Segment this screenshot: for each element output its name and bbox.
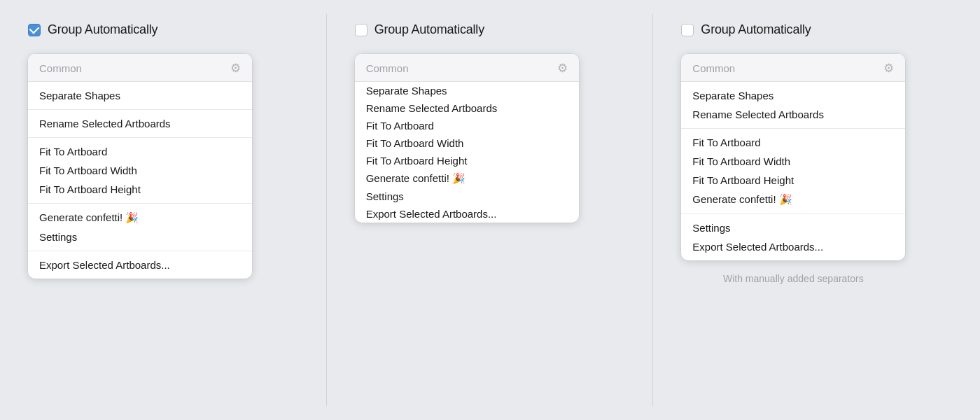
- menu-item[interactable]: Settings: [355, 188, 579, 205]
- menu-item[interactable]: Rename Selected Artboards: [28, 114, 252, 133]
- menu-card: Common⚙Separate ShapesRename Selected Ar…: [681, 54, 905, 260]
- menu-header-label: Common: [692, 62, 735, 74]
- menu-item[interactable]: Generate confetti! 🎉: [681, 190, 905, 209]
- menu-header: Common⚙: [681, 54, 905, 82]
- menu-card: Common⚙Separate ShapesRename Selected Ar…: [355, 54, 579, 223]
- panel-3: Group AutomaticallyCommon⚙Separate Shape…: [653, 0, 980, 420]
- checkbox-row: Group Automatically: [355, 22, 484, 37]
- checkbox-row: Group Automatically: [681, 22, 811, 37]
- menu-section-1: Rename Selected Artboards: [28, 110, 252, 138]
- gear-icon[interactable]: ⚙: [557, 61, 568, 76]
- menu-item[interactable]: Fit To Artboard: [681, 133, 905, 152]
- menu-item[interactable]: Fit To Artboard: [28, 142, 252, 161]
- menu-header: Common⚙: [28, 54, 252, 82]
- menu-header-label: Common: [39, 62, 82, 74]
- menu-item[interactable]: Fit To Artboard Width: [681, 152, 905, 171]
- checkbox[interactable]: [28, 24, 41, 36]
- menu-item[interactable]: Export Selected Artboards...: [355, 205, 579, 223]
- menu-section-0: Separate ShapesRename Selected Artboards…: [355, 82, 579, 223]
- checkbox[interactable]: [681, 24, 694, 36]
- menu-item[interactable]: Generate confetti! 🎉: [28, 208, 252, 227]
- menu-item[interactable]: Fit To Artboard Width: [355, 134, 579, 152]
- menu-item[interactable]: Fit To Artboard Width: [28, 161, 252, 180]
- panels-container: Group AutomaticallyCommon⚙Separate Shape…: [0, 0, 980, 420]
- footer-note: With manually added separators: [681, 272, 905, 286]
- menu-item[interactable]: Separate Shapes: [681, 86, 905, 105]
- menu-item[interactable]: Fit To Artboard: [355, 117, 579, 134]
- menu-item[interactable]: Export Selected Artboards...: [681, 237, 905, 256]
- gear-icon[interactable]: ⚙: [883, 61, 894, 76]
- menu-section-0: Separate Shapes: [28, 82, 252, 110]
- menu-item[interactable]: Fit To Artboard Height: [681, 171, 905, 190]
- menu-section-2: SettingsExport Selected Artboards...: [681, 214, 905, 260]
- gear-icon[interactable]: ⚙: [230, 61, 241, 76]
- menu-header: Common⚙: [355, 54, 579, 82]
- menu-section-0: Separate ShapesRename Selected Artboards: [681, 82, 905, 129]
- menu-item[interactable]: Separate Shapes: [28, 86, 252, 105]
- menu-item[interactable]: Generate confetti! 🎉: [355, 169, 579, 188]
- menu-item[interactable]: Export Selected Artboards...: [28, 255, 252, 274]
- checkbox-label: Group Automatically: [374, 22, 484, 37]
- menu-item[interactable]: Fit To Artboard Height: [28, 180, 252, 199]
- menu-header-label: Common: [366, 62, 409, 74]
- checkbox-label: Group Automatically: [48, 22, 158, 37]
- checkbox[interactable]: [355, 24, 368, 36]
- menu-item[interactable]: Settings: [28, 227, 252, 246]
- panel-2: Group AutomaticallyCommon⚙Separate Shape…: [327, 0, 654, 420]
- menu-section-2: Fit To ArtboardFit To Artboard WidthFit …: [28, 138, 252, 204]
- menu-item[interactable]: Rename Selected Artboards: [355, 99, 579, 117]
- checkbox-row: Group Automatically: [28, 22, 158, 37]
- menu-item[interactable]: Settings: [681, 218, 905, 237]
- menu-item[interactable]: Separate Shapes: [355, 82, 579, 99]
- menu-card: Common⚙Separate ShapesRename Selected Ar…: [28, 54, 252, 279]
- menu-section-4: Export Selected Artboards...: [28, 251, 252, 279]
- menu-section-3: Generate confetti! 🎉Settings: [28, 204, 252, 251]
- checkbox-label: Group Automatically: [701, 22, 811, 37]
- menu-section-1: Fit To ArtboardFit To Artboard WidthFit …: [681, 129, 905, 214]
- menu-item[interactable]: Rename Selected Artboards: [681, 105, 905, 124]
- menu-item[interactable]: Fit To Artboard Height: [355, 152, 579, 169]
- panel-1: Group AutomaticallyCommon⚙Separate Shape…: [0, 0, 327, 420]
